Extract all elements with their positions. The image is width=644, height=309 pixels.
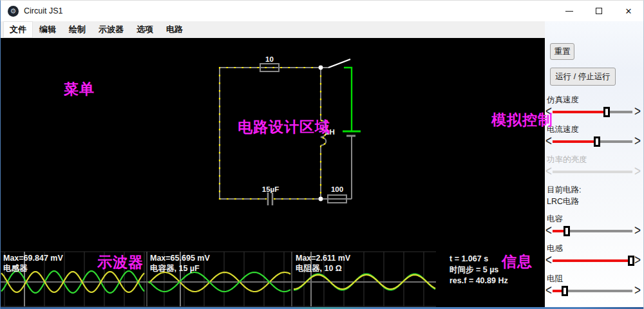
slider-handle[interactable] bbox=[594, 136, 600, 147]
menu-draw[interactable]: 绘制 bbox=[62, 21, 92, 38]
control-sidebar: 重置 运行 / 停止运行 仿真速度 < > 电流速度 < > 功率的亮度 < > bbox=[545, 21, 644, 307]
slider-right-arrow[interactable]: > bbox=[634, 223, 641, 239]
resistance-slider[interactable]: 电阻 < > bbox=[545, 285, 641, 297]
right-resistor-label: 100 bbox=[327, 185, 347, 193]
inductance-slider[interactable]: 电感 < > bbox=[545, 254, 641, 267]
menu-options[interactable]: 选项 bbox=[130, 21, 160, 38]
slider-handle[interactable] bbox=[562, 286, 568, 296]
scope-1-max: Max=69.847 mV bbox=[3, 253, 63, 263]
annotation-sim-controls: 模拟控制 bbox=[491, 110, 553, 130]
slider-fill bbox=[553, 111, 607, 113]
info-time: t = 1.067 s bbox=[450, 254, 508, 265]
title-bar: ⚙ Circuit JS1 ✕ bbox=[1, 1, 643, 21]
scope-panel-1-label: Max=69.847 mV 电感器 bbox=[3, 253, 63, 274]
junction-dot-top bbox=[319, 66, 323, 70]
capacitance-slider[interactable]: 电容 < > bbox=[545, 225, 641, 238]
current-circuit-name: LRC电路 bbox=[547, 196, 579, 207]
slider-left-arrow: < bbox=[545, 164, 552, 180]
slider-left-arrow[interactable]: < bbox=[545, 253, 552, 269]
junction-dot-bottom bbox=[319, 197, 323, 201]
slider-left-arrow[interactable]: < bbox=[545, 223, 552, 239]
maximize-icon bbox=[596, 8, 602, 14]
scope-3-component: 电阻器, 10 Ω bbox=[296, 263, 350, 274]
scope-2-max: Max=65.695 mV bbox=[150, 253, 210, 263]
minimize-icon bbox=[565, 11, 573, 12]
slider-right-arrow[interactable]: > bbox=[634, 283, 641, 299]
info-resonance: res.f = 40.89 Hz bbox=[450, 276, 508, 286]
window-title: Circuit JS1 bbox=[24, 6, 62, 15]
circuit-canvas[interactable]: 10 1H 15µF 100 菜单 电路设计区域 模拟控制 示波器 信息 Max… bbox=[1, 38, 545, 307]
run-stop-button[interactable]: 运行 / 停止运行 bbox=[550, 68, 616, 86]
current-speed-slider[interactable]: 电流速度 < > bbox=[545, 135, 641, 148]
slider-track bbox=[553, 171, 632, 173]
window-controls: ✕ bbox=[554, 1, 643, 21]
annotation-design-area: 电路设计区域 bbox=[238, 117, 330, 137]
slider-fill bbox=[553, 140, 597, 143]
capacitor-label: 15µF bbox=[258, 185, 283, 193]
maximize-button[interactable] bbox=[584, 1, 614, 21]
menu-edit[interactable]: 编辑 bbox=[33, 21, 62, 38]
power-brightness-label: 功率的亮度 bbox=[547, 154, 587, 165]
slider-fill bbox=[553, 259, 631, 262]
slider-handle[interactable] bbox=[628, 256, 634, 266]
current-circuit-caption: 目前电路: bbox=[547, 185, 581, 196]
slider-right-arrow: > bbox=[634, 164, 641, 180]
slider-handle[interactable] bbox=[564, 226, 570, 236]
switch-symbol[interactable] bbox=[328, 59, 350, 68]
info-readout: t = 1.067 s 时间步 = 5 µs res.f = 40.89 Hz bbox=[450, 254, 508, 286]
slider-right-arrow[interactable]: > bbox=[634, 104, 641, 120]
menu-scopes[interactable]: 示波器 bbox=[92, 21, 130, 38]
slider-right-arrow[interactable]: > bbox=[634, 134, 641, 150]
scope-panel-3-label: Max=2.611 mV 电阻器, 10 Ω bbox=[296, 253, 350, 274]
sim-speed-slider[interactable]: 仿真速度 < > bbox=[545, 106, 641, 118]
close-button[interactable]: ✕ bbox=[614, 1, 643, 21]
power-brightness-slider: 功率的亮度 < > bbox=[545, 165, 641, 178]
scope-2-component: 电容器, 15 µF bbox=[150, 263, 210, 274]
slider-left-arrow[interactable]: < bbox=[545, 283, 552, 299]
minimize-button[interactable] bbox=[554, 1, 584, 21]
scope-1-component: 电感器 bbox=[3, 263, 63, 274]
scope-panel-2-label: Max=65.695 mV 电容器, 15 µF bbox=[150, 253, 210, 274]
oscilloscope-traces[interactable] bbox=[1, 252, 436, 306]
menu-bar: 文件 编辑 绘制 示波器 选项 电路 bbox=[1, 21, 545, 38]
resistor-top-label: 10 bbox=[260, 55, 279, 63]
voltage-source-lead[interactable] bbox=[344, 68, 352, 131]
menu-file[interactable]: 文件 bbox=[3, 21, 33, 38]
app-icon: ⚙ bbox=[8, 6, 19, 17]
slider-left-arrow[interactable]: < bbox=[545, 134, 552, 150]
scope-3-max: Max=2.611 mV bbox=[296, 253, 350, 263]
capacitor-symbol[interactable] bbox=[268, 192, 272, 205]
info-timestep: 时间步 = 5 µs bbox=[450, 265, 508, 276]
slider-right-arrow[interactable]: > bbox=[634, 253, 641, 269]
menu-circuits[interactable]: 电路 bbox=[160, 21, 189, 38]
annotation-info: 信息 bbox=[502, 252, 533, 272]
reset-button[interactable]: 重置 bbox=[550, 43, 574, 60]
app-window: ⚙ Circuit JS1 ✕ 文件 编辑 绘制 示波器 选项 电路 bbox=[0, 0, 644, 309]
slider-handle[interactable] bbox=[603, 107, 610, 117]
annotation-menu: 菜单 bbox=[64, 79, 95, 99]
annotation-scopes: 示波器 bbox=[97, 252, 144, 272]
